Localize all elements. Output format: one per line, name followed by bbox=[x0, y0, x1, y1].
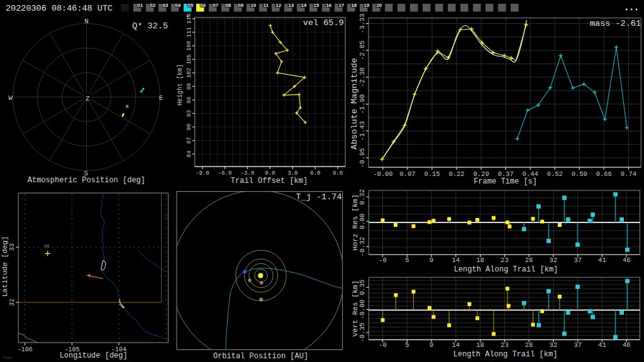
svg-text:0.00: 0.00 bbox=[358, 214, 366, 229]
svg-text:90: 90 bbox=[186, 124, 192, 131]
svg-text:Latitude [deg]: Latitude [deg] bbox=[1, 236, 9, 297]
svg-text:Horz Res [km]: Horz Res [km] bbox=[351, 194, 359, 251]
svg-text:12: 12 bbox=[275, 3, 281, 8]
svg-text:Length Along Trail [km]: Length Along Trail [km] bbox=[454, 265, 558, 274]
svg-text:11: 11 bbox=[264, 3, 269, 8]
svg-text:-0.00: -0.00 bbox=[358, 300, 366, 320]
svg-text:9: 9 bbox=[430, 341, 433, 349]
svg-text:41: 41 bbox=[598, 341, 606, 349]
svg-text:Longitude [deg]: Longitude [deg] bbox=[60, 351, 128, 360]
svg-text:09: 09 bbox=[238, 3, 243, 8]
svg-text:0.66: 0.66 bbox=[596, 170, 612, 178]
svg-text:mass -2.61: mass -2.61 bbox=[590, 19, 641, 28]
svg-text:111: 111 bbox=[186, 27, 192, 37]
svg-text:20220306 08:46:48 UTC: 20220306 08:46:48 UTC bbox=[6, 4, 113, 13]
svg-text:0.15: 0.15 bbox=[424, 170, 440, 178]
svg-text:Trail Offset [km]: Trail Offset [km] bbox=[231, 177, 308, 185]
svg-text:PyWd: PyWd bbox=[3, 356, 11, 360]
svg-text:87: 87 bbox=[186, 137, 192, 144]
svg-text:03: 03 bbox=[162, 3, 168, 8]
svg-text:Orbital Position [AU]: Orbital Position [AU] bbox=[213, 352, 308, 361]
svg-text:5: 5 bbox=[405, 341, 409, 349]
svg-text:0.74: 0.74 bbox=[621, 170, 636, 178]
svg-text:33: 33 bbox=[9, 243, 16, 251]
svg-text:19: 19 bbox=[364, 3, 369, 8]
svg-text:-3.33: -3.33 bbox=[358, 14, 366, 34]
svg-text:-0.35: -0.35 bbox=[358, 322, 366, 343]
svg-text:-0: -0 bbox=[379, 256, 387, 264]
svg-text:23: 23 bbox=[501, 341, 509, 349]
svg-text:0.35: 0.35 bbox=[358, 280, 366, 295]
svg-text:07: 07 bbox=[213, 3, 218, 8]
svg-text:-6.0: -6.0 bbox=[218, 170, 232, 177]
svg-text:37: 37 bbox=[574, 256, 582, 264]
svg-text:99: 99 bbox=[186, 83, 192, 90]
svg-text:0.59: 0.59 bbox=[572, 170, 587, 178]
svg-text:9.0: 9.0 bbox=[333, 170, 343, 177]
svg-text:23: 23 bbox=[501, 256, 509, 264]
svg-text:14: 14 bbox=[452, 256, 460, 264]
svg-text:16: 16 bbox=[326, 3, 331, 8]
svg-text:84: 84 bbox=[186, 151, 192, 158]
svg-text:114: 114 bbox=[186, 14, 192, 24]
svg-text:02: 02 bbox=[150, 3, 155, 8]
svg-text:-0: -0 bbox=[379, 341, 387, 349]
svg-text:Height [km]: Height [km] bbox=[177, 64, 184, 106]
svg-text:-1.90: -1.90 bbox=[358, 94, 366, 114]
svg-text:-106: -106 bbox=[18, 346, 33, 353]
svg-text:0.22: 0.22 bbox=[448, 170, 464, 178]
svg-text:6.0: 6.0 bbox=[310, 170, 320, 177]
svg-text:-1.43: -1.43 bbox=[358, 121, 366, 141]
svg-text:17: 17 bbox=[338, 3, 344, 8]
svg-text:15: 15 bbox=[313, 3, 319, 8]
svg-text:37: 37 bbox=[574, 341, 582, 349]
svg-text:R: R bbox=[126, 104, 129, 109]
svg-text:18: 18 bbox=[476, 256, 484, 264]
svg-text:vel 65.9: vel 65.9 bbox=[303, 18, 344, 28]
svg-text:Atmospheric Position [deg]: Atmospheric Position [deg] bbox=[28, 176, 145, 185]
svg-text:10: 10 bbox=[250, 3, 256, 8]
svg-text:Absolute Magnitude: Absolute Magnitude bbox=[350, 58, 359, 150]
svg-text:0.52: 0.52 bbox=[547, 170, 563, 178]
svg-text:-2.85: -2.85 bbox=[358, 40, 366, 60]
svg-text:-0.32: -0.32 bbox=[358, 237, 366, 257]
svg-text:32: 32 bbox=[9, 299, 16, 306]
svg-text:-3.0: -3.0 bbox=[241, 170, 255, 177]
svg-text:Frame Time [s]: Frame Time [s] bbox=[474, 177, 537, 186]
svg-text:-0.00: -0.00 bbox=[373, 170, 393, 178]
svg-text:0.0: 0.0 bbox=[265, 170, 275, 177]
svg-text:-0.95: -0.95 bbox=[358, 148, 366, 168]
svg-text:E: E bbox=[159, 94, 164, 102]
svg-text:06: 06 bbox=[44, 244, 49, 249]
svg-text:46: 46 bbox=[623, 256, 631, 264]
svg-text:Vert Res [km]: Vert Res [km] bbox=[351, 280, 359, 337]
svg-text:Q* 32.5: Q* 32.5 bbox=[132, 21, 168, 31]
svg-text:13: 13 bbox=[288, 3, 294, 8]
svg-text:14: 14 bbox=[301, 3, 306, 8]
svg-text:N: N bbox=[84, 18, 89, 25]
svg-text:Z: Z bbox=[86, 95, 90, 102]
svg-text:28: 28 bbox=[525, 256, 533, 264]
svg-text:41: 41 bbox=[598, 256, 606, 264]
svg-text:93: 93 bbox=[186, 110, 192, 117]
svg-text:T_j -1.74: T_j -1.74 bbox=[296, 192, 342, 202]
svg-text:102: 102 bbox=[186, 68, 192, 78]
svg-text:3.0: 3.0 bbox=[287, 170, 297, 177]
svg-text:14: 14 bbox=[452, 341, 460, 349]
svg-text:W: W bbox=[8, 94, 13, 102]
svg-text:18: 18 bbox=[351, 3, 357, 8]
svg-text:32: 32 bbox=[550, 341, 558, 349]
svg-text:Length Along Trail [km]: Length Along Trail [km] bbox=[453, 350, 558, 359]
svg-text:0.07: 0.07 bbox=[399, 170, 415, 178]
svg-text:46: 46 bbox=[623, 341, 631, 349]
svg-text:96: 96 bbox=[186, 97, 192, 104]
svg-text:18: 18 bbox=[476, 341, 484, 349]
svg-text:9: 9 bbox=[430, 256, 433, 264]
svg-text:20: 20 bbox=[376, 3, 382, 8]
svg-text:08: 08 bbox=[225, 3, 231, 8]
svg-text:32: 32 bbox=[550, 256, 558, 264]
svg-text:5: 5 bbox=[405, 256, 409, 264]
svg-text:05: 05 bbox=[187, 3, 193, 8]
svg-text:108: 108 bbox=[186, 41, 192, 51]
svg-text:0.32: 0.32 bbox=[358, 189, 366, 205]
